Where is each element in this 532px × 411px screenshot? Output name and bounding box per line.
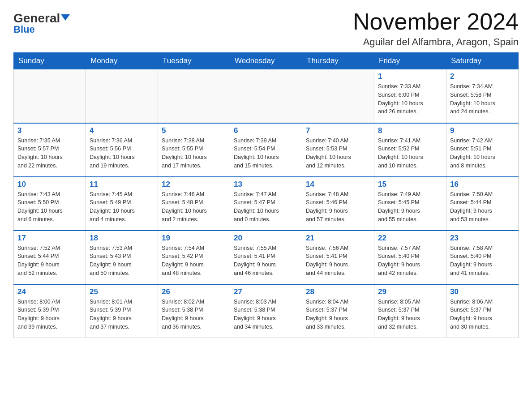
table-row: 15Sunrise: 7:49 AMSunset: 5:45 PMDayligh… bbox=[374, 177, 446, 231]
table-row bbox=[302, 69, 374, 123]
day-number: 20 bbox=[234, 234, 298, 243]
day-info: Sunrise: 7:38 AMSunset: 5:55 PMDaylight:… bbox=[162, 137, 226, 170]
day-info: Sunrise: 7:56 AMSunset: 5:41 PMDaylight:… bbox=[306, 244, 370, 278]
day-info: Sunrise: 7:42 AMSunset: 5:51 PMDaylight:… bbox=[450, 137, 515, 170]
table-row: 11Sunrise: 7:45 AMSunset: 5:49 PMDayligh… bbox=[86, 177, 158, 231]
day-number: 30 bbox=[450, 287, 515, 296]
day-info: Sunrise: 8:00 AMSunset: 5:39 PMDaylight:… bbox=[17, 298, 82, 331]
table-row: 19Sunrise: 7:54 AMSunset: 5:42 PMDayligh… bbox=[158, 231, 230, 284]
day-number: 16 bbox=[450, 180, 515, 189]
month-title: November 2024 bbox=[353, 9, 519, 34]
logo-blue: Blue bbox=[13, 24, 35, 35]
header-monday: Monday bbox=[86, 53, 158, 69]
day-info: Sunrise: 7:41 AMSunset: 5:52 PMDaylight:… bbox=[378, 137, 442, 170]
day-number: 28 bbox=[306, 287, 370, 296]
day-number: 1 bbox=[378, 72, 442, 81]
day-info: Sunrise: 7:35 AMSunset: 5:57 PMDaylight:… bbox=[17, 137, 82, 170]
day-number: 7 bbox=[306, 126, 370, 135]
day-info: Sunrise: 7:45 AMSunset: 5:49 PMDaylight:… bbox=[90, 190, 154, 224]
header-saturday: Saturday bbox=[446, 53, 519, 69]
table-row bbox=[86, 69, 158, 123]
day-number: 17 bbox=[17, 234, 82, 243]
weekday-header-row: Sunday Monday Tuesday Wednesday Thursday… bbox=[14, 53, 519, 69]
day-info: Sunrise: 8:01 AMSunset: 5:39 PMDaylight:… bbox=[90, 298, 154, 331]
header-tuesday: Tuesday bbox=[158, 53, 230, 69]
day-number: 14 bbox=[306, 180, 370, 189]
calendar-week-row: 3Sunrise: 7:35 AMSunset: 5:57 PMDaylight… bbox=[14, 123, 519, 177]
table-row: 20Sunrise: 7:55 AMSunset: 5:41 PMDayligh… bbox=[230, 231, 302, 284]
day-number: 12 bbox=[162, 180, 226, 189]
day-number: 13 bbox=[234, 180, 298, 189]
day-number: 22 bbox=[378, 234, 442, 243]
calendar-week-row: 1Sunrise: 7:33 AMSunset: 6:00 PMDaylight… bbox=[14, 69, 519, 123]
table-row: 16Sunrise: 7:50 AMSunset: 5:44 PMDayligh… bbox=[446, 177, 519, 231]
day-info: Sunrise: 7:46 AMSunset: 5:48 PMDaylight:… bbox=[162, 190, 226, 224]
table-row: 26Sunrise: 8:02 AMSunset: 5:38 PMDayligh… bbox=[158, 284, 230, 338]
table-row: 1Sunrise: 7:33 AMSunset: 6:00 PMDaylight… bbox=[374, 69, 446, 123]
table-row: 30Sunrise: 8:06 AMSunset: 5:37 PMDayligh… bbox=[446, 284, 519, 338]
table-row bbox=[230, 69, 302, 123]
table-row: 24Sunrise: 8:00 AMSunset: 5:39 PMDayligh… bbox=[14, 284, 86, 338]
day-info: Sunrise: 7:50 AMSunset: 5:44 PMDaylight:… bbox=[450, 190, 515, 224]
day-info: Sunrise: 7:34 AMSunset: 5:58 PMDaylight:… bbox=[450, 82, 515, 116]
day-number: 9 bbox=[450, 126, 515, 135]
day-number: 6 bbox=[234, 126, 298, 135]
table-row: 10Sunrise: 7:43 AMSunset: 5:50 PMDayligh… bbox=[14, 177, 86, 231]
day-info: Sunrise: 8:02 AMSunset: 5:38 PMDaylight:… bbox=[162, 298, 226, 331]
table-row bbox=[14, 69, 86, 123]
day-info: Sunrise: 7:58 AMSunset: 5:40 PMDaylight:… bbox=[450, 244, 515, 278]
table-row: 2Sunrise: 7:34 AMSunset: 5:58 PMDaylight… bbox=[446, 69, 519, 123]
day-number: 10 bbox=[17, 180, 82, 189]
day-number: 3 bbox=[17, 126, 82, 135]
table-row: 13Sunrise: 7:47 AMSunset: 5:47 PMDayligh… bbox=[230, 177, 302, 231]
calendar-week-row: 17Sunrise: 7:52 AMSunset: 5:44 PMDayligh… bbox=[14, 231, 519, 284]
day-info: Sunrise: 7:43 AMSunset: 5:50 PMDaylight:… bbox=[17, 190, 82, 224]
day-info: Sunrise: 8:04 AMSunset: 5:37 PMDaylight:… bbox=[306, 298, 370, 331]
table-row: 29Sunrise: 8:05 AMSunset: 5:37 PMDayligh… bbox=[374, 284, 446, 338]
header-friday: Friday bbox=[374, 53, 446, 69]
day-number: 21 bbox=[306, 234, 370, 243]
day-number: 4 bbox=[90, 126, 154, 135]
table-row: 6Sunrise: 7:39 AMSunset: 5:54 PMDaylight… bbox=[230, 123, 302, 177]
day-info: Sunrise: 7:49 AMSunset: 5:45 PMDaylight:… bbox=[378, 190, 442, 224]
day-info: Sunrise: 8:03 AMSunset: 5:38 PMDaylight:… bbox=[234, 298, 298, 331]
day-info: Sunrise: 7:54 AMSunset: 5:42 PMDaylight:… bbox=[162, 244, 226, 278]
day-number: 15 bbox=[378, 180, 442, 189]
table-row: 27Sunrise: 8:03 AMSunset: 5:38 PMDayligh… bbox=[230, 284, 302, 338]
day-number: 5 bbox=[162, 126, 226, 135]
day-info: Sunrise: 7:57 AMSunset: 5:40 PMDaylight:… bbox=[378, 244, 442, 278]
day-number: 23 bbox=[450, 234, 515, 243]
day-info: Sunrise: 7:33 AMSunset: 6:00 PMDaylight:… bbox=[378, 82, 442, 116]
calendar-week-row: 24Sunrise: 8:00 AMSunset: 5:39 PMDayligh… bbox=[14, 284, 519, 338]
day-info: Sunrise: 7:52 AMSunset: 5:44 PMDaylight:… bbox=[17, 244, 82, 278]
day-number: 19 bbox=[162, 234, 226, 243]
day-number: 26 bbox=[162, 287, 226, 296]
day-info: Sunrise: 7:40 AMSunset: 5:53 PMDaylight:… bbox=[306, 137, 370, 170]
table-row: 18Sunrise: 7:53 AMSunset: 5:43 PMDayligh… bbox=[86, 231, 158, 284]
day-info: Sunrise: 7:53 AMSunset: 5:43 PMDaylight:… bbox=[90, 244, 154, 278]
calendar-week-row: 10Sunrise: 7:43 AMSunset: 5:50 PMDayligh… bbox=[14, 177, 519, 231]
table-row: 4Sunrise: 7:36 AMSunset: 5:56 PMDaylight… bbox=[86, 123, 158, 177]
day-number: 2 bbox=[450, 72, 515, 81]
day-number: 25 bbox=[90, 287, 154, 296]
day-info: Sunrise: 8:06 AMSunset: 5:37 PMDaylight:… bbox=[450, 298, 515, 331]
day-number: 27 bbox=[234, 287, 298, 296]
day-number: 8 bbox=[378, 126, 442, 135]
header-thursday: Thursday bbox=[302, 53, 374, 69]
table-row: 17Sunrise: 7:52 AMSunset: 5:44 PMDayligh… bbox=[14, 231, 86, 284]
table-row: 5Sunrise: 7:38 AMSunset: 5:55 PMDaylight… bbox=[158, 123, 230, 177]
logo: General Blue bbox=[13, 9, 70, 35]
table-row: 8Sunrise: 7:41 AMSunset: 5:52 PMDaylight… bbox=[374, 123, 446, 177]
table-row bbox=[158, 69, 230, 123]
table-row: 22Sunrise: 7:57 AMSunset: 5:40 PMDayligh… bbox=[374, 231, 446, 284]
day-number: 24 bbox=[17, 287, 82, 296]
location-title: Aguilar del Alfambra, Aragon, Spain bbox=[353, 36, 519, 48]
logo-triangle-icon bbox=[61, 14, 70, 21]
table-row: 21Sunrise: 7:56 AMSunset: 5:41 PMDayligh… bbox=[302, 231, 374, 284]
day-info: Sunrise: 7:47 AMSunset: 5:47 PMDaylight:… bbox=[234, 190, 298, 224]
day-info: Sunrise: 8:05 AMSunset: 5:37 PMDaylight:… bbox=[378, 298, 442, 331]
day-info: Sunrise: 7:55 AMSunset: 5:41 PMDaylight:… bbox=[234, 244, 298, 278]
day-info: Sunrise: 7:48 AMSunset: 5:46 PMDaylight:… bbox=[306, 190, 370, 224]
table-row: 23Sunrise: 7:58 AMSunset: 5:40 PMDayligh… bbox=[446, 231, 519, 284]
table-row: 7Sunrise: 7:40 AMSunset: 5:53 PMDaylight… bbox=[302, 123, 374, 177]
